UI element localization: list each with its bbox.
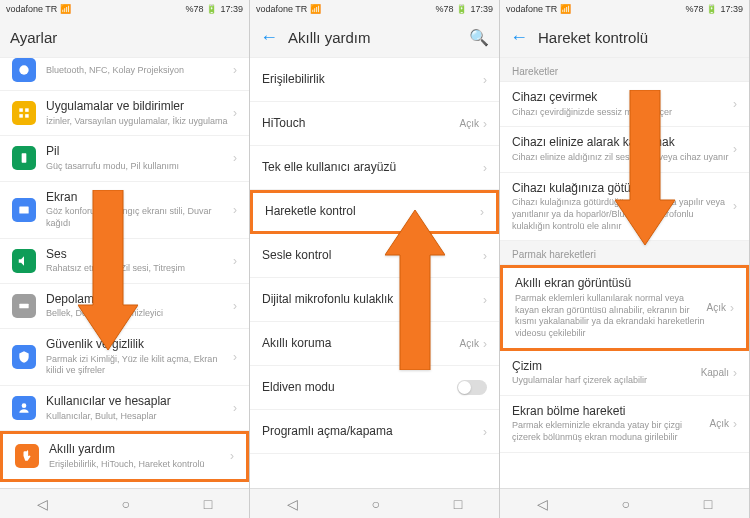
list-item-motion-control[interactable]: Hareketle kontrol › <box>250 190 499 234</box>
item-title: Cihazı elinize alarak kaldırmak <box>512 135 733 151</box>
list-item[interactable]: Kullanıcılar ve hesaplarKullanıcılar, Bu… <box>0 386 249 431</box>
list-item[interactable]: SesRahatsız etmeyin, Zil sesi, Titreşim … <box>0 239 249 284</box>
display-icon <box>12 198 36 222</box>
back-button[interactable]: ← <box>510 27 528 48</box>
list-item[interactable]: Sesle kontrol › <box>250 234 499 278</box>
item-title: Hareketle kontrol <box>265 204 480 220</box>
svg-rect-2 <box>25 108 29 112</box>
chevron-right-icon: › <box>483 425 487 439</box>
list-item[interactable]: G GoogleGoogle servisleri › <box>0 482 249 488</box>
phone-screen-1: vodafone TR📶 %78🔋17:39 Ayarlar Bluetooth… <box>0 0 250 518</box>
list-item-glove-mode[interactable]: Eldiven modu <box>250 366 499 410</box>
connect-icon <box>12 58 36 82</box>
item-value: Açık <box>460 338 479 349</box>
time-label: 17:39 <box>720 4 743 14</box>
toggle-switch[interactable] <box>457 380 487 395</box>
phone-screen-2: vodafone TR📶 %78🔋17:39 ← Akıllı yardım 🔍… <box>250 0 500 518</box>
battery-icon <box>12 146 36 170</box>
list-item[interactable]: Cihazı çevirmekCihazı çevirdiğinizde ses… <box>500 82 749 127</box>
item-sub: Rahatsız etmeyin, Zil sesi, Titreşim <box>46 263 233 275</box>
item-sub: Parmak eklemleri kullanılarak normal vey… <box>515 293 707 340</box>
list-item[interactable]: Bluetooth, NFC, Kolay Projeksiyon › <box>0 58 249 91</box>
list-item[interactable]: EkranGöz konforu, Başlangıç ekranı stili… <box>0 182 249 239</box>
item-sub: Kullanıcılar, Bulut, Hesaplar <box>46 411 233 423</box>
svg-point-8 <box>22 404 27 409</box>
list-item[interactable]: Cihazı kulağınıza götürmekCihazı kulağın… <box>500 173 749 242</box>
battery-label: %78 <box>435 4 453 14</box>
item-title: Sesle kontrol <box>262 248 483 264</box>
motion-control-list: Hareketler Cihazı çevirmekCihazı çevirdi… <box>500 58 749 488</box>
item-title: Akıllı yardım <box>49 442 230 458</box>
statusbar: vodafone TR📶 %78🔋17:39 <box>250 0 499 18</box>
nav-home-icon[interactable]: ○ <box>122 496 130 512</box>
phone-screen-3: vodafone TR📶 %78🔋17:39 ← Hareket kontrol… <box>500 0 750 518</box>
nav-recent-icon[interactable]: □ <box>204 496 212 512</box>
item-title: Tek elle kullanıcı arayüzü <box>262 160 483 176</box>
chevron-right-icon: › <box>733 417 737 431</box>
item-sub: Cihazı çevirdiğinizde sessiz moda geçer <box>512 107 733 119</box>
nav-home-icon[interactable]: ○ <box>372 496 380 512</box>
item-sub: Parmak ekleminizle ekranda yatay bir çiz… <box>512 420 710 443</box>
chevron-right-icon: › <box>730 301 734 315</box>
item-title: Ekran <box>46 190 233 206</box>
list-item[interactable]: Güvenlik ve gizlilikParmak izi Kimliği, … <box>0 329 249 386</box>
svg-point-0 <box>19 65 28 74</box>
item-sub: Erişilebilirlik, HiTouch, Hareket kontro… <box>49 459 230 471</box>
page-title: Hareket kontrolü <box>538 29 739 46</box>
svg-rect-6 <box>19 206 28 213</box>
item-title: Kullanıcılar ve hesaplar <box>46 394 233 410</box>
page-title: Akıllı yardım <box>288 29 469 46</box>
signal-icon: 📶 <box>60 4 71 14</box>
smart-assist-list: Erişilebilirlik › HiTouch Açık › Tek ell… <box>250 58 499 488</box>
svg-rect-7 <box>19 304 28 309</box>
nav-back-icon[interactable]: ◁ <box>537 496 548 512</box>
chevron-right-icon: › <box>483 117 487 131</box>
item-sub: Uygulamalar harf çizerek açılabilir <box>512 375 701 387</box>
nav-back-icon[interactable]: ◁ <box>37 496 48 512</box>
list-item[interactable]: PilGüç tasarrufu modu, Pil kullanımı › <box>0 136 249 181</box>
chevron-right-icon: › <box>733 97 737 111</box>
search-icon[interactable]: 🔍 <box>469 28 489 47</box>
item-sub: Parmak izi Kimliği, Yüz ile kilit açma, … <box>46 354 233 377</box>
list-item[interactable]: Cihazı elinize alarak kaldırmakCihazı el… <box>500 127 749 172</box>
svg-rect-5 <box>22 154 27 163</box>
list-item[interactable]: Programlı açma/kapama › <box>250 410 499 454</box>
nav-recent-icon[interactable]: □ <box>704 496 712 512</box>
svg-rect-4 <box>25 114 29 118</box>
chevron-right-icon: › <box>233 63 237 77</box>
list-item[interactable]: Erişilebilirlik › <box>250 58 499 102</box>
battery-icon: 🔋 <box>206 4 217 14</box>
item-title: Erişilebilirlik <box>262 72 483 88</box>
item-sub: Cihazı kulağınıza götürdüğünüzde arama y… <box>512 197 733 232</box>
battery-icon: 🔋 <box>456 4 467 14</box>
list-item[interactable]: Dijital mikrofonlu kulaklık › <box>250 278 499 322</box>
list-item-smart-screenshot[interactable]: Akıllı ekran görüntüsüParmak eklemleri k… <box>500 265 749 350</box>
navbar: ◁ ○ □ <box>250 488 499 518</box>
header: ← Hareket kontrolü <box>500 18 749 58</box>
list-item[interactable]: Tek elle kullanıcı arayüzü › <box>250 146 499 190</box>
chevron-right-icon: › <box>483 73 487 87</box>
apps-icon <box>12 101 36 125</box>
nav-back-icon[interactable]: ◁ <box>287 496 298 512</box>
page-title: Ayarlar <box>10 29 239 46</box>
carrier-label: vodafone TR <box>256 4 307 14</box>
item-value: Açık <box>707 302 726 313</box>
list-item[interactable]: Ekran bölme hareketiParmak ekleminizle e… <box>500 396 749 453</box>
nav-home-icon[interactable]: ○ <box>622 496 630 512</box>
item-title: Güvenlik ve gizlilik <box>46 337 233 353</box>
list-item-smart-assist[interactable]: Akıllı yardımErişilebilirlik, HiTouch, H… <box>0 431 249 481</box>
list-item[interactable]: ÇizimUygulamalar harf çizerek açılabilir… <box>500 351 749 396</box>
item-title: Ses <box>46 247 233 263</box>
item-sub: İzinler, Varsayılan uygulamalar, İkiz uy… <box>46 116 233 128</box>
item-sub: Göz konforu, Başlangıç ekranı stili, Duv… <box>46 206 233 229</box>
chevron-right-icon: › <box>233 350 237 364</box>
back-button[interactable]: ← <box>260 27 278 48</box>
chevron-right-icon: › <box>233 106 237 120</box>
nav-recent-icon[interactable]: □ <box>454 496 462 512</box>
list-item[interactable]: DepolamaBellek, Depolama, temizleyici › <box>0 284 249 329</box>
list-item[interactable]: Akıllı koruma Açık › <box>250 322 499 366</box>
storage-icon <box>12 294 36 318</box>
list-item[interactable]: HiTouch Açık › <box>250 102 499 146</box>
time-label: 17:39 <box>220 4 243 14</box>
list-item[interactable]: Uygulamalar ve bildirimlerİzinler, Varsa… <box>0 91 249 136</box>
